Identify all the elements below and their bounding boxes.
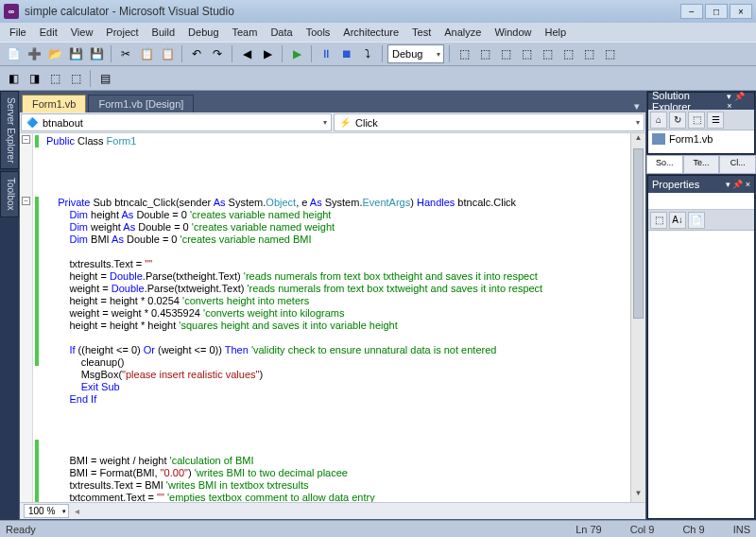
tab-form1-vb[interactable]: Form1.vb [22, 95, 86, 113]
minimize-button[interactable]: − [680, 4, 703, 19]
properties-grid[interactable] [648, 231, 754, 518]
save-button[interactable]: 💾 [66, 44, 85, 63]
scroll-down-icon[interactable]: ▼ [631, 489, 645, 502]
menu-window[interactable]: Window [489, 25, 537, 40]
nav-back-button[interactable]: ◀ [237, 44, 256, 63]
nav-fwd-button[interactable]: ▶ [258, 44, 277, 63]
status-char: Ch 9 [682, 524, 704, 535]
solution-tree[interactable]: Form1.vb [648, 130, 754, 153]
h-scroll-left-icon[interactable]: ◂ [75, 506, 79, 516]
menu-build[interactable]: Build [146, 25, 180, 40]
prop-pages-button[interactable]: 📄 [688, 212, 705, 229]
menu-test[interactable]: Test [406, 25, 437, 40]
properties-object-combo[interactable] [648, 193, 754, 210]
menu-data[interactable]: Data [265, 25, 298, 40]
solution-explorer-header: Solution Explorer ▾ 📌 × [648, 93, 754, 110]
misc-button-7[interactable]: ⬚ [579, 44, 598, 63]
menu-project[interactable]: Project [100, 25, 144, 40]
tree-item-label: Form1.vb [669, 133, 713, 145]
server-explorer-tab[interactable]: Server Explorer [0, 91, 19, 169]
menu-debug[interactable]: Debug [182, 25, 224, 40]
change-marker [35, 135, 39, 147]
se-props-button[interactable]: ☰ [707, 112, 724, 129]
menu-architecture[interactable]: Architecture [337, 25, 404, 40]
config-combo[interactable]: Debug [387, 44, 444, 63]
status-col: Col 9 [630, 524, 655, 535]
start-button[interactable]: ▶ [287, 44, 306, 63]
misc-button-2[interactable]: ⬚ [475, 44, 494, 63]
redo-button[interactable]: ↷ [208, 44, 227, 63]
open-file-button[interactable]: 📂 [45, 44, 64, 63]
toolbar2-btn5[interactable]: ▤ [95, 69, 114, 88]
toolbar2-btn3[interactable]: ⬚ [45, 69, 64, 88]
member-combo-text: Click [355, 117, 378, 129]
copy-button[interactable]: 📋 [137, 44, 156, 63]
misc-button-1[interactable]: ⬚ [455, 44, 473, 63]
vertical-scrollbar[interactable]: ▲ ▼ [630, 133, 645, 502]
se-showall-button[interactable]: ⬚ [688, 112, 705, 129]
misc-button-8[interactable]: ⬚ [600, 44, 619, 63]
se-tab-team[interactable]: Te... [683, 155, 720, 174]
undo-button[interactable]: ↶ [187, 44, 206, 63]
se-refresh-button[interactable]: ↻ [669, 112, 686, 129]
step-button[interactable]: ⤵ [358, 44, 377, 63]
alphabetical-button[interactable]: A↓ [669, 212, 686, 229]
maximize-button[interactable]: □ [705, 4, 728, 19]
change-marker [35, 440, 39, 502]
tab-overflow-icon[interactable]: ▾ [628, 100, 645, 113]
properties-header: Properties ▾ 📌 × [648, 176, 754, 193]
misc-button-3[interactable]: ⬚ [496, 44, 515, 63]
menu-view[interactable]: View [65, 25, 99, 40]
misc-button-6[interactable]: ⬚ [558, 44, 577, 63]
outline-toggle-icon[interactable]: − [22, 197, 30, 205]
categorized-button[interactable]: ⬚ [650, 212, 667, 229]
new-project-button[interactable]: 📄 [4, 44, 23, 63]
secondary-toolbar: ◧ ◨ ⬚ ⬚ ▤ [0, 66, 756, 91]
misc-button-4[interactable]: ⬚ [517, 44, 536, 63]
menu-analyze[interactable]: Analyze [438, 25, 487, 40]
toolbar2-btn4[interactable]: ⬚ [66, 69, 85, 88]
solution-explorer-toolbar: ⌂ ↻ ⬚ ☰ [648, 110, 754, 130]
misc-button-5[interactable]: ⬚ [538, 44, 557, 63]
menu-team[interactable]: Team [227, 25, 264, 40]
properties-toolbar: ⬚ A↓ 📄 [648, 210, 754, 231]
save-all-button[interactable]: 💾 [87, 44, 106, 63]
tab-form1-design[interactable]: Form1.vb [Design] [88, 95, 194, 113]
type-combo[interactable]: 🔷 btnabout [21, 113, 332, 131]
change-marker [35, 197, 39, 366]
se-home-button[interactable]: ⌂ [650, 112, 667, 129]
type-combo-text: btnabout [43, 117, 83, 129]
code-editor[interactable]: − − Public Class Form1 Private Sub btnca… [20, 133, 645, 502]
document-tabs: Form1.vb Form1.vb [Design] ▾ [20, 92, 645, 113]
zoom-combo[interactable]: 100 % [24, 504, 69, 518]
paste-button[interactable]: 📋 [158, 44, 177, 63]
standard-toolbar: 📄 ➕ 📂 💾 💾 ✂ 📋 📋 ↶ ↷ ◀ ▶ ▶ ⏸ ⏹ ⤵ Debug ⬚ … [0, 42, 756, 66]
tree-item-form1[interactable]: Form1.vb [650, 132, 752, 146]
cut-button[interactable]: ✂ [116, 44, 135, 63]
menu-file[interactable]: File [4, 25, 32, 40]
code-text[interactable]: Public Class Form1 Private Sub btncalc_C… [43, 133, 630, 502]
se-tab-solution[interactable]: So... [646, 155, 683, 174]
close-button[interactable]: × [730, 4, 752, 19]
type-icon: 🔷 [26, 116, 39, 130]
menu-edit[interactable]: Edit [34, 25, 63, 40]
status-ins: INS [733, 524, 750, 535]
menu-help[interactable]: Help [540, 25, 573, 40]
pin-icon[interactable]: ▾ 📌 × [727, 92, 750, 111]
break-button[interactable]: ⏸ [317, 44, 335, 63]
title-bar: ∞ simple calculator - Microsoft Visual S… [0, 0, 756, 23]
properties-title: Properties [652, 179, 699, 190]
toolbox-tab[interactable]: Toolbox [0, 171, 19, 217]
scroll-thumb[interactable] [633, 148, 644, 319]
se-tab-class[interactable]: Cl... [719, 155, 756, 174]
toolbar2-btn2[interactable]: ◨ [25, 69, 43, 88]
outline-toggle-icon[interactable]: − [22, 135, 30, 144]
stop-button[interactable]: ⏹ [337, 44, 356, 63]
toolbar2-btn1[interactable]: ◧ [4, 69, 23, 88]
add-item-button[interactable]: ➕ [25, 44, 43, 63]
menu-tools[interactable]: Tools [301, 25, 336, 40]
status-line: Ln 79 [576, 524, 602, 535]
member-combo[interactable]: ⚡ Click [334, 113, 644, 131]
pin-icon[interactable]: ▾ 📌 × [726, 180, 750, 189]
scroll-up-icon[interactable]: ▲ [631, 133, 645, 147]
